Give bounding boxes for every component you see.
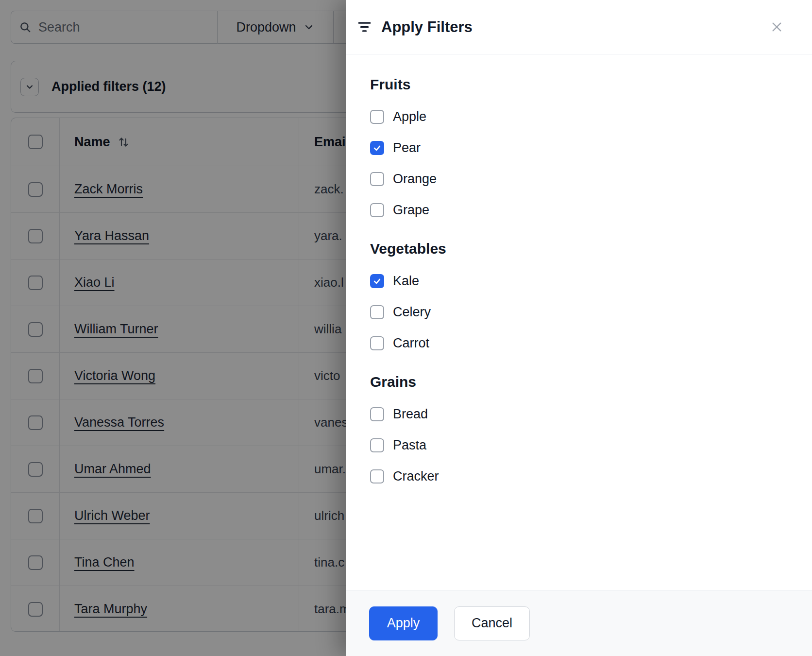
filter-option[interactable]: Grape bbox=[370, 194, 788, 225]
filter-option[interactable]: Bread bbox=[370, 398, 788, 430]
section-heading: Fruits bbox=[370, 76, 788, 93]
filter-option-label: Bread bbox=[393, 407, 428, 422]
filter-option-label: Grape bbox=[393, 203, 429, 218]
filter-option-label: Apple bbox=[393, 109, 426, 124]
close-icon[interactable] bbox=[768, 19, 785, 35]
filter-option[interactable]: Pear bbox=[370, 132, 788, 163]
checkbox[interactable] bbox=[370, 141, 384, 155]
panel-header: Apply Filters bbox=[346, 0, 812, 54]
apply-filters-panel: Apply Filters Fruits Apple Pear Orange bbox=[346, 0, 812, 656]
filter-option-label: Pear bbox=[393, 140, 421, 155]
section-heading: Vegetables bbox=[370, 240, 788, 258]
filter-section-vegetables: Vegetables Kale Celery Carrot bbox=[370, 240, 788, 359]
filter-option-label: Celery bbox=[393, 305, 431, 320]
filter-option-label: Orange bbox=[393, 172, 437, 187]
checkbox[interactable] bbox=[370, 438, 384, 452]
filter-option[interactable]: Cracker bbox=[370, 461, 788, 492]
apply-button[interactable]: Apply bbox=[369, 606, 438, 640]
panel-title: Apply Filters bbox=[381, 18, 473, 36]
filter-option[interactable]: Orange bbox=[370, 163, 788, 194]
cancel-button[interactable]: Cancel bbox=[454, 606, 530, 640]
filter-section-fruits: Fruits Apple Pear Orange Grape bbox=[370, 76, 788, 225]
checkbox[interactable] bbox=[370, 172, 384, 186]
checkbox[interactable] bbox=[370, 203, 384, 217]
panel-footer: Apply Cancel bbox=[346, 590, 812, 656]
filter-option-label: Carrot bbox=[393, 336, 429, 351]
checkbox[interactable] bbox=[370, 469, 384, 483]
checkbox[interactable] bbox=[370, 110, 384, 124]
filter-option-label: Kale bbox=[393, 274, 419, 289]
panel-body: Fruits Apple Pear Orange Grape Vegetable… bbox=[346, 54, 812, 590]
filter-option[interactable]: Kale bbox=[370, 265, 788, 296]
checkbox[interactable] bbox=[370, 305, 384, 319]
filter-option[interactable]: Carrot bbox=[370, 328, 788, 359]
filter-option-label: Cracker bbox=[393, 469, 439, 484]
filter-option[interactable]: Celery bbox=[370, 296, 788, 328]
checkbox[interactable] bbox=[370, 407, 384, 421]
filter-option[interactable]: Apple bbox=[370, 101, 788, 132]
filter-option[interactable]: Pasta bbox=[370, 430, 788, 461]
filter-option-label: Pasta bbox=[393, 438, 426, 453]
filter-icon bbox=[358, 20, 371, 34]
filter-section-grains: Grains Bread Pasta Cracker bbox=[370, 373, 788, 492]
section-heading: Grains bbox=[370, 373, 788, 391]
checkbox[interactable] bbox=[370, 274, 384, 288]
checkbox[interactable] bbox=[370, 336, 384, 350]
